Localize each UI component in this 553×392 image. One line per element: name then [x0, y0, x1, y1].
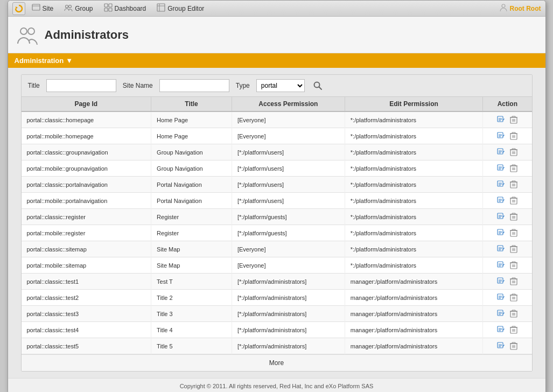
cell-edit: *:/platform/administrators [345, 160, 482, 177]
cell-edit: manager:/platform/administrators [345, 290, 482, 306]
edit-button[interactable] [495, 163, 507, 173]
edit-icon [497, 229, 505, 237]
page-header: Administrators [8, 17, 545, 53]
edit-button[interactable] [495, 179, 507, 190]
delete-button[interactable] [508, 147, 519, 157]
administration-label: Administration [15, 57, 64, 65]
edit-button[interactable] [495, 260, 507, 270]
edit-button[interactable] [495, 212, 507, 222]
table-row: portal::classic::test4 Title 4 [*:/platf… [22, 322, 532, 338]
edit-icon [497, 164, 505, 172]
table-row: portal::classic::homepage Home Page [Eve… [22, 111, 532, 128]
sitename-filter-input[interactable] [159, 79, 229, 92]
nav-group[interactable]: Group [60, 1, 97, 16]
nav-dashboard[interactable]: Dashboard [100, 1, 151, 16]
svg-line-16 [319, 87, 321, 90]
edit-button[interactable] [495, 325, 507, 335]
edit-button[interactable] [495, 228, 507, 238]
delete-button[interactable] [508, 341, 519, 351]
delete-button[interactable] [508, 325, 519, 335]
delete-button[interactable] [508, 179, 519, 190]
cell-action [483, 225, 532, 241]
edit-button[interactable] [495, 115, 507, 125]
table-row: portal::classic::register Register [*:/p… [22, 209, 532, 225]
edit-button[interactable] [495, 309, 507, 319]
cell-page-id: portal::classic::test5 [22, 338, 151, 354]
cell-page-id: portal::classic::homepage [22, 111, 151, 128]
svg-point-4 [69, 5, 72, 8]
footer: Copyright © 2011. All rights reserved, R… [8, 378, 545, 392]
svg-point-14 [28, 28, 34, 34]
cell-title: Test T [151, 274, 232, 290]
delete-button[interactable] [508, 276, 519, 286]
cell-edit: *:/platform/administrators [345, 257, 482, 274]
cell-edit: *:/platform/administrators [345, 144, 482, 160]
cell-title: Home Page [151, 111, 232, 128]
cell-page-id: portal::classic::test3 [22, 306, 151, 322]
main-content: Title Site Name Type portal group user [8, 68, 545, 378]
dashboard-icon [104, 3, 113, 13]
col-edit-permission: Edit Permission [345, 97, 482, 111]
cell-edit: manager:/platform/administrators [345, 274, 482, 290]
cell-page-id: portal::classic::test2 [22, 290, 151, 306]
delete-button[interactable] [508, 195, 519, 206]
table-row: portal::classic::portalnavigation Portal… [22, 177, 532, 193]
table-body: portal::classic::homepage Home Page [Eve… [22, 111, 532, 354]
type-filter-select[interactable]: portal group user [256, 79, 305, 92]
delete-button[interactable] [508, 309, 519, 319]
table-row: portal::classic::groupnavigation Group N… [22, 144, 532, 160]
delete-button[interactable] [508, 228, 519, 238]
search-button[interactable] [311, 79, 324, 92]
svg-marker-0 [16, 6, 18, 9]
search-icon [313, 81, 323, 90]
edit-icon [497, 245, 505, 253]
nav-site[interactable]: Site [27, 1, 58, 16]
edit-button[interactable] [495, 131, 507, 141]
topbar-left: Site Group Dashboard Group Editor [12, 1, 499, 16]
cell-page-id: portal::mobile::sitemap [22, 257, 151, 274]
cell-access: [*:/platform/users] [232, 144, 345, 160]
cell-edit: *:/platform/administrators [345, 241, 482, 257]
edit-icon [497, 261, 505, 269]
title-filter-input[interactable] [46, 79, 116, 92]
delete-button[interactable] [508, 212, 519, 222]
data-table-container: Page Id Title Access Permission Edit Per… [22, 97, 532, 354]
administration-dropdown[interactable]: Administration ▼ [15, 57, 73, 65]
cell-page-id: portal::mobile::homepage [22, 128, 151, 144]
app-logo[interactable] [12, 2, 25, 15]
edit-button[interactable] [495, 195, 507, 206]
title-filter-label: Title [28, 82, 40, 89]
table-row: portal::classic::test3 Title 3 [*:/platf… [22, 306, 532, 322]
delete-icon [510, 293, 517, 302]
svg-rect-1 [32, 4, 40, 10]
cell-title: Portal Navigation [151, 193, 232, 209]
more-button[interactable]: More [269, 359, 284, 367]
delete-button[interactable] [508, 115, 519, 125]
delete-icon [510, 197, 517, 205]
delete-button[interactable] [508, 260, 519, 270]
topbar: Site Group Dashboard Group Editor [8, 1, 545, 17]
cell-access: [*:/platform/users] [232, 177, 345, 193]
col-action: Action [483, 97, 532, 111]
delete-button[interactable] [508, 292, 519, 303]
edit-button[interactable] [495, 147, 507, 157]
edit-button[interactable] [495, 341, 507, 351]
nav-group-editor[interactable]: Group Editor [152, 1, 208, 16]
delete-button[interactable] [508, 244, 519, 254]
table-row: portal::mobile::register Register [*:/pl… [22, 225, 532, 241]
delete-button[interactable] [508, 131, 519, 141]
cell-edit: *:/platform/administrators [345, 128, 482, 144]
group-icon [64, 3, 73, 13]
edit-button[interactable] [495, 292, 507, 303]
cell-page-id: portal::mobile::groupnavigation [22, 160, 151, 177]
type-filter-label: Type [236, 82, 250, 89]
cell-access: [*:/platform/administrators] [232, 322, 345, 338]
edit-button[interactable] [495, 276, 507, 286]
edit-button[interactable] [495, 244, 507, 254]
cell-action [483, 274, 532, 290]
more-row: More [22, 354, 532, 371]
delete-button[interactable] [508, 163, 519, 173]
nav-group-editor-label: Group Editor [167, 5, 204, 12]
delete-icon [510, 261, 517, 269]
delete-icon [510, 245, 517, 253]
